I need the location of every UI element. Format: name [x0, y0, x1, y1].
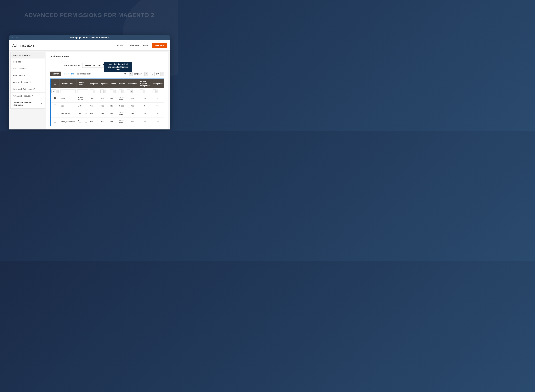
- window-dot-min[interactable]: [14, 37, 15, 38]
- back-label: Back: [120, 44, 125, 47]
- filter-text-input[interactable]: [60, 89, 76, 93]
- page-title: Administrators: [12, 43, 117, 47]
- filter-select[interactable]: ▼: [100, 89, 106, 93]
- cell: SKU: [76, 103, 89, 109]
- cell: No: [152, 94, 164, 103]
- reset-filter-link[interactable]: Reset Filter: [64, 73, 74, 75]
- header-actions: ← Back Delete Role Reset Save Role: [117, 43, 167, 48]
- sidebar-item-label: Advanced: Products: [13, 95, 30, 97]
- save-role-button[interactable]: Save Role: [152, 43, 167, 48]
- sidebar-card: ROLE INFORMATION Role InfoRole Resources…: [10, 52, 45, 109]
- access-label: Allow Access To: [50, 64, 82, 66]
- sidebar-item-5[interactable]: Advanced: Products: [11, 93, 45, 99]
- delete-role-button[interactable]: Delete Role: [129, 44, 139, 47]
- hero-title: ADVANCED PERMISSIONS FOR MAGENTO 2: [24, 12, 154, 19]
- chevron-down-icon: ▼: [113, 89, 115, 93]
- total-pages-label: of 4: [156, 73, 159, 75]
- pencil-icon: [33, 88, 35, 90]
- col-header-5[interactable]: Visible: [109, 79, 118, 89]
- filter-checked-select[interactable]: Yes▼: [51, 89, 59, 93]
- sidebar-item-label: Role Resources: [13, 68, 27, 70]
- cell: Short Description: [76, 117, 89, 126]
- current-page-input[interactable]: 1: [150, 72, 155, 76]
- cell: Yes: [126, 103, 139, 109]
- col-header-7[interactable]: Searchable: [126, 79, 139, 89]
- filter-cell-4: ▼: [100, 89, 109, 94]
- back-button[interactable]: ← Back: [117, 44, 125, 47]
- sidebar-item-2[interactable]: Role Users: [11, 72, 45, 79]
- filter-select[interactable]: ▼: [110, 89, 115, 93]
- content-body: ROLE INFORMATION Role InfoRole Resources…: [9, 51, 170, 130]
- cell: Yes: [100, 109, 109, 117]
- window-controls: [11, 37, 18, 38]
- col-header-2[interactable]: Default Label: [76, 79, 89, 89]
- chevron-down-icon[interactable]: ▼: [129, 72, 133, 76]
- filter-cell-5: ▼: [109, 89, 118, 94]
- pencil-icon: [41, 103, 42, 105]
- page-size-value[interactable]: 30: [122, 72, 127, 76]
- sidebar-heading: ROLE INFORMATION: [11, 52, 45, 58]
- cell: Yes: [89, 103, 100, 109]
- filter-cell-0: Yes▼: [51, 89, 60, 94]
- filter-select[interactable]: ▼: [118, 89, 124, 93]
- sidebar-item-label: Role Users: [13, 74, 23, 77]
- sidebar-item-4[interactable]: Advanced: Categories: [11, 86, 45, 93]
- cell: [51, 117, 60, 126]
- filter-cell-1: [60, 89, 76, 94]
- col-header-8[interactable]: Use in Layered Navigation: [139, 79, 152, 89]
- cell: Yes: [100, 94, 109, 103]
- filter-select[interactable]: ▼: [152, 89, 158, 93]
- prev-page-button[interactable]: ‹: [144, 72, 148, 76]
- cell: Description: [76, 109, 89, 117]
- filter-select[interactable]: ▼: [127, 89, 133, 93]
- cell: Yes: [126, 109, 139, 117]
- col-header-4[interactable]: System: [100, 79, 109, 89]
- window-dot-close[interactable]: [11, 37, 13, 38]
- sidebar-item-1[interactable]: Role Resources: [11, 65, 45, 72]
- row-checkbox[interactable]: [54, 97, 56, 99]
- cell: sku: [60, 103, 76, 109]
- arrow-left-icon: ←: [117, 44, 119, 47]
- filter-row: Yes▼▼▼▼▼▼▼▼: [51, 89, 164, 94]
- filter-text-input[interactable]: [77, 89, 88, 93]
- filter-select[interactable]: ▼: [140, 89, 145, 93]
- cell: No: [139, 117, 152, 126]
- main-panel: Attributes Access Allow Access To Select…: [46, 52, 168, 130]
- pencil-icon: [24, 74, 25, 77]
- row-checkbox[interactable]: [54, 120, 56, 122]
- table-header-row: Attribute CodeDefault LabelRequiredSyste…: [51, 79, 164, 89]
- filter-select[interactable]: ▼: [90, 89, 95, 93]
- window-titlebar: Assign product attributes to role: [9, 35, 170, 40]
- window-dot-max[interactable]: [16, 37, 18, 38]
- browser-window: Assign product attributes to role Admini…: [9, 35, 170, 130]
- allow-access-select[interactable]: Selected Attributes ▼: [82, 63, 106, 68]
- cell: Yes: [89, 94, 100, 103]
- col-header-3[interactable]: Required: [89, 79, 100, 89]
- sidebar-item-3[interactable]: Advanced: Scope: [11, 79, 45, 86]
- row-checkbox[interactable]: [54, 112, 56, 114]
- cell: name: [60, 94, 76, 103]
- sidebar-item-label: Role Info: [13, 61, 21, 63]
- sidebar-item-6[interactable]: Advanced: Product Attributes: [11, 99, 45, 108]
- chevron-down-icon: ▼: [143, 89, 145, 93]
- cell: [51, 94, 60, 103]
- col-header-1[interactable]: Attribute Code: [60, 79, 76, 89]
- col-header-6[interactable]: Scope: [118, 79, 126, 89]
- table-row[interactable]: short_descriptionShort DescriptionNoYesN…: [51, 117, 164, 126]
- row-checkbox[interactable]: [54, 105, 56, 107]
- filter-cell-7: ▼: [126, 89, 139, 94]
- sidebar-item-0[interactable]: Role Info: [11, 58, 45, 65]
- table-row[interactable]: descriptionDescriptionNoYesNoStore ViewY…: [51, 109, 164, 117]
- search-button[interactable]: Search: [50, 72, 61, 76]
- col-header-9[interactable]: Comparabl: [152, 79, 164, 89]
- col-header-0[interactable]: [51, 79, 60, 89]
- reset-button[interactable]: Reset: [143, 44, 148, 47]
- chevron-down-icon: ▼: [130, 89, 133, 93]
- cell: No: [109, 94, 118, 103]
- table-row[interactable]: skuSKUYesYesNoGlobalYesNoYes: [51, 103, 164, 109]
- section-title: Attributes Access: [50, 55, 164, 60]
- pagination: ‹ 1 of 4 ›: [144, 72, 164, 76]
- table-row[interactable]: nameProduct NameYesYesNoStore ViewYesNoN…: [51, 94, 164, 103]
- next-page-button[interactable]: ›: [161, 72, 164, 76]
- select-all-checkbox[interactable]: [54, 82, 56, 84]
